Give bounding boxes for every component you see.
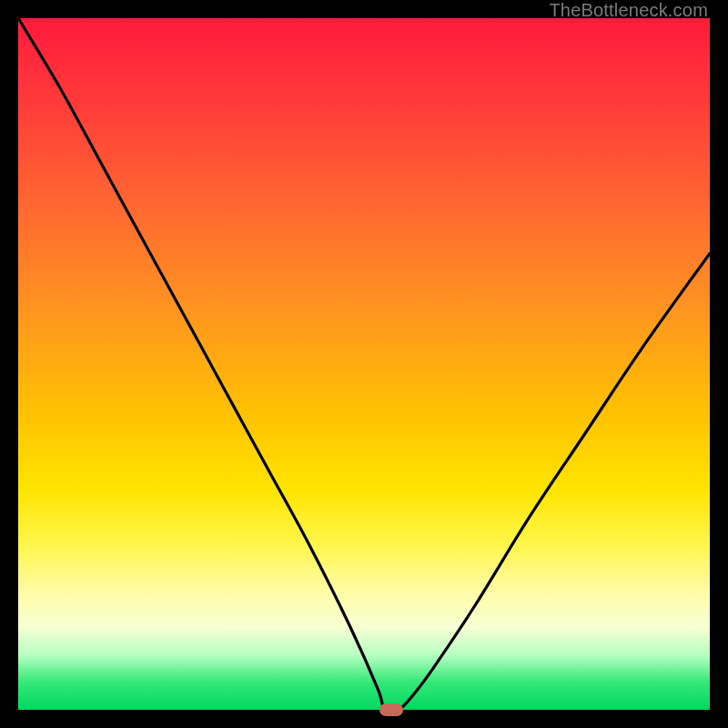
bottleneck-curve	[18, 18, 710, 710]
curve-path	[18, 18, 710, 710]
bottleneck-marker	[379, 703, 403, 716]
plot-area	[18, 18, 710, 710]
chart-frame: TheBottleneck.com	[0, 0, 728, 728]
